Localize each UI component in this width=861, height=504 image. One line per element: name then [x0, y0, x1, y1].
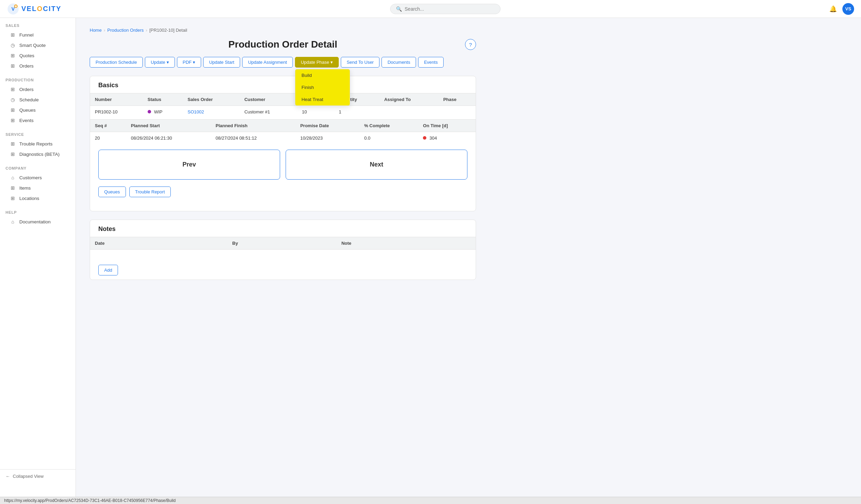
- production-schedule-button[interactable]: Production Schedule: [90, 57, 143, 68]
- sidebar-item-events[interactable]: ⊞ Events: [6, 115, 70, 125]
- dropdown-item-finish[interactable]: Finish: [295, 81, 350, 93]
- col-sales-order: Sales Order: [183, 93, 240, 106]
- main-content: Home › Production Orders › [PR1002-10] D…: [76, 18, 861, 497]
- sidebar-item-customers[interactable]: ⌂ Customers: [6, 172, 70, 183]
- pdf-button[interactable]: PDF: [177, 57, 201, 68]
- quotes-icon: ⊞: [10, 53, 16, 58]
- sidebar-item-label-schedule: Schedule: [19, 97, 39, 102]
- col-assigned-to: Assigned To: [379, 93, 438, 106]
- dropdown-item-build[interactable]: Build: [295, 69, 350, 81]
- col-planned-start: Planned Start: [126, 120, 210, 132]
- sidebar-item-orders[interactable]: ⊞ Orders: [6, 61, 70, 71]
- queues-action-button[interactable]: Queues: [98, 187, 126, 197]
- status-label: WIP: [154, 109, 162, 114]
- send-to-user-button[interactable]: Send To User: [341, 57, 380, 68]
- cell-promise-date: 10/28/2023: [295, 132, 359, 144]
- orders-icon: ⊞: [10, 63, 16, 69]
- trouble-reports-icon: ⊞: [10, 141, 16, 147]
- on-time-value: 304: [429, 135, 437, 141]
- notes-table: Date By Note: [90, 237, 476, 261]
- sidebar-item-diagnostics[interactable]: ⊞ Diagnostics (BETA): [6, 149, 70, 159]
- on-time-late-dot: [423, 136, 426, 140]
- cell-quantity: 1: [334, 106, 379, 118]
- events-icon: ⊞: [10, 118, 16, 123]
- search-icon: 🔍: [396, 6, 402, 12]
- schedule-icon: ◷: [10, 97, 16, 102]
- search-input[interactable]: [405, 6, 495, 12]
- notes-section: Notes Date By Note: [90, 220, 476, 280]
- update-start-button[interactable]: Update Start: [203, 57, 240, 68]
- sidebar-item-label-quotes: Quotes: [19, 53, 34, 58]
- sidebar-section-help: HELP ⌂ Documentation: [0, 205, 76, 228]
- help-button[interactable]: ?: [465, 39, 476, 50]
- prev-button[interactable]: Prev: [98, 150, 280, 180]
- sidebar-section-company: COMPANY ⌂ Customers ⊞ Items ⊞ Locations: [0, 161, 76, 205]
- cell-assigned-to: [379, 106, 438, 118]
- col-pct-complete: % Complete: [359, 120, 418, 132]
- page-title-row: Production Order Detail ?: [90, 39, 476, 50]
- update-assignment-button[interactable]: Update Assignment: [242, 57, 293, 68]
- table-row: 20 08/26/2024 06:21:30 08/27/2024 08:51:…: [90, 132, 476, 144]
- sales-order-link[interactable]: SO1002: [188, 109, 204, 114]
- logo-text: VELOCITY: [21, 5, 61, 13]
- notification-bell-icon[interactable]: 🔔: [829, 5, 837, 13]
- documents-button[interactable]: Documents: [382, 57, 416, 68]
- notes-empty-row: [90, 250, 476, 261]
- sidebar-item-queues[interactable]: ⊞ Queues: [6, 105, 70, 115]
- sidebar-item-prod-orders[interactable]: ⊞ Orders: [6, 84, 70, 94]
- cell-number: PR1002-10: [90, 106, 143, 118]
- queues-icon: ⊞: [10, 107, 16, 113]
- add-note-button[interactable]: Add: [98, 265, 118, 275]
- logo-icon: V: [7, 3, 19, 15]
- sidebar-item-trouble-reports[interactable]: ⊞ Trouble Reports: [6, 139, 70, 149]
- update-button[interactable]: Update: [145, 57, 175, 68]
- notes-col-date: Date: [90, 237, 227, 250]
- items-icon: ⊞: [10, 185, 16, 191]
- breadcrumb-home[interactable]: Home: [90, 28, 102, 33]
- cell-status: WIP: [143, 106, 183, 118]
- trouble-report-button[interactable]: Trouble Report: [129, 187, 171, 197]
- sidebar-item-smart-quote[interactable]: ◷ Smart Quote: [6, 40, 70, 50]
- basics-table-2: Seq # Planned Start Planned Finish Promi…: [90, 119, 476, 144]
- cell-customer: Customer #1: [239, 106, 297, 118]
- notes-section-header: Notes: [90, 220, 476, 237]
- basics-table-1: Number Status Sales Order Customer Line …: [90, 93, 476, 118]
- sidebar-item-locations[interactable]: ⊞ Locations: [6, 193, 70, 203]
- sidebar-item-quotes[interactable]: ⊞ Quotes: [6, 50, 70, 61]
- sidebar-item-label-smart-quote: Smart Quote: [19, 43, 46, 48]
- sidebar-collapse-label: Collapsed View: [13, 474, 43, 479]
- sidebar-item-items[interactable]: ⊞ Items: [6, 183, 70, 193]
- sidebar-item-schedule[interactable]: ◷ Schedule: [6, 94, 70, 105]
- col-number: Number: [90, 93, 143, 106]
- avatar[interactable]: VS: [842, 3, 854, 15]
- dropdown-item-heat-treat[interactable]: Heat Treat: [295, 93, 350, 105]
- next-button[interactable]: Next: [286, 150, 467, 180]
- update-phase-dropdown: Build Finish Heat Treat: [295, 69, 350, 106]
- breadcrumb-production-orders[interactable]: Production Orders: [107, 28, 144, 33]
- col-on-time: On Time [d]: [418, 120, 476, 132]
- sidebar: SALES ⊞ Funnel ◷ Smart Quote ⊞ Quotes ⊞ …: [0, 18, 76, 497]
- cell-sales-order: SO1002: [183, 106, 240, 118]
- sidebar-collapse-toggle[interactable]: ← Collapsed View: [0, 469, 76, 483]
- diagnostics-icon: ⊞: [10, 151, 16, 157]
- col-promise-date: Promise Date: [295, 120, 359, 132]
- update-phase-button[interactable]: Update Phase: [295, 57, 339, 68]
- search-bar[interactable]: 🔍: [390, 4, 501, 14]
- notes-section-title: Notes: [98, 225, 467, 233]
- events-button[interactable]: Events: [418, 57, 444, 68]
- layout: SALES ⊞ Funnel ◷ Smart Quote ⊞ Quotes ⊞ …: [0, 18, 861, 497]
- sidebar-item-documentation[interactable]: ⌂ Documentation: [6, 216, 70, 227]
- col-seq: Seq #: [90, 120, 126, 132]
- sidebar-section-label-production: PRODUCTION: [6, 78, 70, 82]
- collapse-arrow-icon: ←: [6, 474, 10, 479]
- breadcrumb-sep-1: ›: [104, 28, 105, 33]
- sidebar-section-label-service: SERVICE: [6, 132, 70, 137]
- sidebar-item-funnel[interactable]: ⊞ Funnel: [6, 30, 70, 40]
- breadcrumb: Home › Production Orders › [PR1002-10] D…: [90, 28, 476, 33]
- sidebar-item-label-items: Items: [19, 185, 31, 191]
- small-action-buttons: Queues Trouble Report: [98, 187, 467, 197]
- cell-pct-complete: 0.0: [359, 132, 418, 144]
- sidebar-section-service: SERVICE ⊞ Trouble Reports ⊞ Diagnostics …: [0, 127, 76, 161]
- logo: V VELOCITY: [7, 3, 61, 15]
- sidebar-item-label-locations: Locations: [19, 196, 39, 201]
